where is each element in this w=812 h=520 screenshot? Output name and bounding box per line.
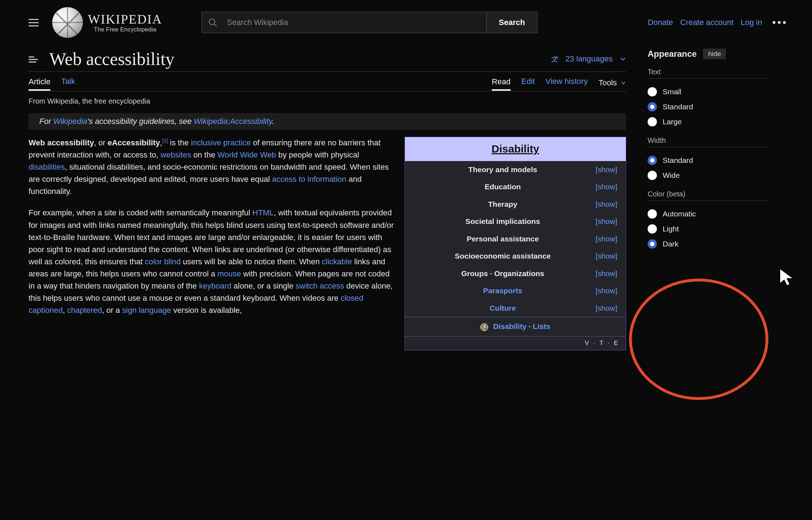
infobox-row[interactable]: Education[show] (405, 178, 626, 196)
width-option-wide[interactable]: Wide (648, 168, 769, 183)
hatnote-link-accessibility[interactable]: Wikipedia:Accessibility (194, 117, 272, 126)
infobox-row[interactable]: Culture[show] (405, 300, 626, 317)
tools-dropdown[interactable]: Tools (599, 78, 626, 88)
infobox-row-label: Theory and models (414, 164, 595, 176)
infobox-show-toggle[interactable]: [show] (595, 285, 617, 297)
tools-label: Tools (599, 78, 617, 88)
text-option-small[interactable]: Small (648, 84, 769, 99)
link-html[interactable]: HTML (252, 208, 274, 217)
radio-label: Standard (663, 102, 693, 111)
create-account-link[interactable]: Create account (680, 18, 733, 27)
donate-link[interactable]: Donate (648, 18, 673, 27)
link-chaptered[interactable]: chaptered (67, 306, 102, 315)
infobox-row[interactable]: Socioeconomic assistance[show] (405, 248, 626, 265)
infobox-title[interactable]: Disability (405, 137, 626, 161)
tab-read[interactable]: Read (492, 77, 511, 91)
color-group-title: Color (beta) (648, 190, 769, 198)
tab-edit[interactable]: Edit (521, 77, 535, 89)
link-websites[interactable]: websites (160, 150, 191, 159)
tab-article[interactable]: Article (29, 77, 50, 91)
site-title: WIKIPEDIA (88, 12, 162, 27)
link-inclusive-practice[interactable]: inclusive practice (191, 138, 251, 147)
citation-1[interactable]: [1] (162, 138, 168, 144)
color-option-dark[interactable]: Dark (648, 236, 769, 251)
infobox-show-toggle[interactable]: [show] (595, 164, 617, 176)
svg-line-1 (214, 24, 217, 26)
infobox-footer-lists[interactable]: Lists (533, 322, 550, 330)
chevron-down-icon (620, 56, 626, 62)
infobox-row-label: Therapy (414, 199, 595, 210)
text-group-title: Text (648, 68, 769, 76)
infobox-row[interactable]: Theory and models[show] (405, 161, 626, 179)
radio-label: Automatic (663, 210, 696, 218)
link-www[interactable]: World Wide Web (217, 150, 276, 159)
link-sign-language[interactable]: sign language (122, 306, 171, 315)
search-input[interactable] (223, 12, 486, 33)
infobox-row-label: Education (414, 181, 595, 193)
language-switcher[interactable]: 文 A 23 languages (551, 54, 626, 64)
link-disabilities[interactable]: disabilities (29, 162, 65, 171)
text-option-large[interactable]: Large (648, 114, 769, 129)
tab-talk[interactable]: Talk (61, 77, 75, 89)
toc-toggle-button[interactable] (29, 56, 39, 65)
link-mouse[interactable]: mouse (217, 269, 241, 278)
radio-icon (648, 156, 657, 165)
infobox-row[interactable]: Therapy[show] (405, 196, 626, 213)
link-switch-access[interactable]: switch access (296, 281, 344, 290)
radio-icon (648, 171, 657, 180)
tagline: From Wikipedia, the free encyclopedia (29, 97, 626, 105)
radio-label: Dark (663, 240, 678, 248)
search-form: Search (202, 12, 538, 33)
radio-icon (648, 87, 657, 96)
infobox-row-label: Culture (414, 302, 595, 314)
radio-icon (648, 117, 657, 126)
disability-icon: ♿ (480, 323, 488, 331)
infobox-show-toggle[interactable]: [show] (595, 268, 617, 280)
infobox-row[interactable]: Personal assistance[show] (405, 230, 626, 248)
infobox-show-toggle[interactable]: [show] (595, 250, 617, 262)
radio-icon (648, 209, 657, 219)
radio-label: Light (663, 225, 679, 233)
main-menu-button[interactable] (29, 16, 41, 29)
color-option-light[interactable]: Light (648, 221, 769, 236)
infobox-row[interactable]: Societal implications[show] (405, 213, 626, 230)
radio-icon (648, 239, 657, 249)
radio-label: Standard (663, 156, 693, 165)
link-keyboard[interactable]: keyboard (199, 281, 232, 290)
infobox-show-toggle[interactable]: [show] (595, 199, 617, 210)
infobox-vte[interactable]: V · T · E (405, 336, 626, 350)
infobox-show-toggle[interactable]: [show] (595, 233, 617, 245)
search-icon (202, 12, 223, 33)
link-access-to-information[interactable]: access to information (272, 175, 346, 184)
infobox-footer-disability[interactable]: Disability (493, 322, 526, 330)
tab-history[interactable]: View history (545, 77, 588, 89)
color-option-automatic[interactable]: Automatic (648, 206, 769, 221)
radio-icon (648, 102, 657, 111)
link-color-blind[interactable]: color blind (145, 257, 180, 266)
infobox-show-toggle[interactable]: [show] (595, 302, 617, 314)
infobox-row[interactable]: Groups · Organizations[show] (405, 265, 626, 282)
appearance-panel: Appearance hide Text SmallStandardLarge … (648, 49, 769, 354)
text-option-standard[interactable]: Standard (648, 99, 769, 114)
globe-icon (52, 7, 83, 38)
infobox-show-toggle[interactable]: [show] (595, 216, 617, 228)
appearance-heading: Appearance (648, 49, 697, 59)
site-logo[interactable]: WIKIPEDIA The Free Encyclopedia (52, 7, 162, 38)
infobox-disability: Disability Theory and models[show]Educat… (405, 137, 626, 350)
more-menu-button[interactable]: ••• (769, 16, 791, 29)
radio-label: Small (663, 88, 682, 96)
search-button[interactable]: Search (486, 12, 537, 33)
infobox-row-label: Parasports (414, 285, 595, 297)
infobox-show-toggle[interactable]: [show] (595, 181, 617, 193)
hatnote-link-wikipedia[interactable]: Wikipedia (53, 117, 87, 126)
chevron-down-icon (620, 80, 626, 86)
infobox-row[interactable]: Parasports[show] (405, 282, 626, 300)
svg-text:A: A (555, 55, 558, 60)
infobox-row-label: Personal assistance (414, 233, 595, 245)
radio-icon (648, 224, 657, 234)
link-clickable[interactable]: clickable (322, 257, 352, 266)
width-group-title: Width (648, 136, 769, 145)
appearance-hide-button[interactable]: hide (703, 49, 726, 59)
width-option-standard[interactable]: Standard (648, 153, 769, 168)
log-in-link[interactable]: Log in (741, 18, 762, 27)
